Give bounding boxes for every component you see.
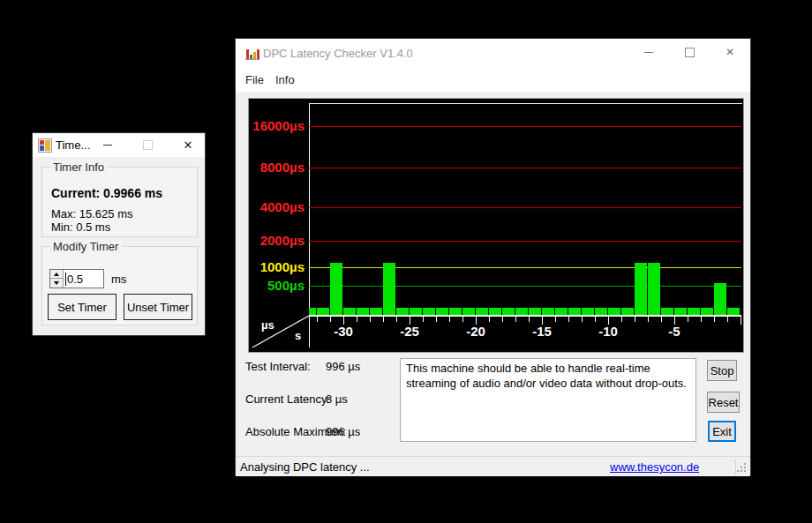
- x-tick--27: [383, 317, 384, 322]
- spinner-arrows[interactable]: [50, 270, 64, 288]
- timer-value-spinner[interactable]: 0.5: [49, 269, 104, 288]
- latency-bar-sec-8: [635, 263, 647, 315]
- gridline-label-2000us: 2000µs: [249, 233, 304, 248]
- latency-bar-sec-31: [330, 263, 342, 315]
- menu-file[interactable]: File: [245, 73, 264, 86]
- latency-bar-sec-7: [648, 263, 660, 315]
- stop-button[interactable]: Stop: [707, 360, 737, 381]
- window-title: DPC Latency Checker V1.4.0: [263, 47, 413, 60]
- latency-bar-sec-6: [661, 308, 673, 315]
- app-bar-chart-icon: [245, 47, 259, 61]
- timer-max-value: Max: 15.625 ms: [51, 207, 133, 220]
- x-tick--18: [502, 317, 503, 322]
- modify-timer-legend: Modify Timer: [49, 240, 122, 253]
- set-timer-button[interactable]: Set Timer: [48, 294, 117, 320]
- minimize-icon: [644, 52, 653, 53]
- spinner-value[interactable]: 0.5: [65, 273, 83, 286]
- gridline-label-4000us: 4000µs: [249, 199, 304, 214]
- latency-bar-sec-3: [701, 308, 713, 315]
- timer-close-button[interactable]: ✕: [177, 134, 199, 155]
- main-titlebar[interactable]: DPC Latency Checker V1.4.0 ✕: [236, 39, 750, 69]
- timer-info-groupbox: Timer Info Current: 0.9966 ms Max: 15.62…: [41, 167, 198, 237]
- x-tick--29: [357, 317, 357, 322]
- x-tick--9: [621, 317, 622, 322]
- latency-bar-sec-2: [714, 283, 726, 315]
- latency-bar-sec-9: [621, 308, 634, 315]
- latency-bar-sec-18: [502, 308, 515, 315]
- arrow-down-icon: [54, 281, 59, 285]
- latency-bar-sec-19: [489, 308, 501, 315]
- timer-window: Time... ✕ Timer Info Current: 0.9966 ms …: [32, 132, 206, 336]
- x-tick--31: [330, 317, 331, 322]
- resize-grip[interactable]: [744, 470, 746, 472]
- spinner-up-button[interactable]: [50, 270, 63, 279]
- latency-bar-sec-21: [462, 308, 475, 315]
- exit-button[interactable]: Exit: [708, 421, 736, 442]
- close-button[interactable]: ✕: [710, 39, 750, 65]
- x-tick--32: [317, 317, 318, 322]
- latency-bar-sec-26: [396, 308, 409, 315]
- ms-unit-label: ms: [111, 273, 126, 286]
- latency-bar-sec-25: [410, 308, 422, 315]
- desktop: DPC Latency Checker V1.4.0 ✕ File Info µ…: [0, 0, 812, 523]
- latency-bar-sec-20: [476, 308, 488, 315]
- corner-unit-s: s: [295, 329, 301, 342]
- latency-bar-sec-5: [674, 308, 687, 315]
- timer-current-value: Current: 0.9966 ms: [51, 186, 162, 200]
- latency-bar-sec-28: [370, 308, 382, 315]
- assessment-textbox[interactable]: This machine should be able to handle re…: [400, 358, 696, 442]
- latency-bar-sec-11: [595, 308, 607, 315]
- x-tick--21: [462, 317, 463, 322]
- timer-titlebar[interactable]: Time... ✕: [33, 133, 205, 157]
- latency-bar-sec-22: [449, 308, 462, 315]
- winforms-app-icon: [38, 138, 52, 153]
- x-tick--28: [370, 317, 371, 322]
- x-tick--19: [489, 317, 490, 322]
- status-text: Analysing DPC latency ...: [240, 460, 370, 474]
- x-tick--3: [701, 317, 702, 322]
- x-tick--16: [529, 317, 530, 322]
- x-tick--7: [648, 317, 649, 322]
- unset-timer-button[interactable]: Unset Timer: [124, 294, 192, 320]
- menu-info[interactable]: Info: [275, 73, 295, 86]
- latency-bar-sec-32: [317, 308, 329, 315]
- latency-bar-sec-15: [542, 308, 554, 315]
- reset-button[interactable]: Reset: [707, 392, 740, 413]
- timer-min-value: Min: 0.5 ms: [51, 220, 110, 234]
- stat-value-absolute-maximum: 996 µs: [326, 425, 360, 438]
- gridline-label-8000us: 8000µs: [249, 160, 304, 175]
- timer-window-title: Time...: [56, 138, 90, 152]
- status-bar: Analysing DPC latency ... www.thesycon.d…: [236, 456, 750, 476]
- latency-bar-sec-14: [555, 308, 568, 315]
- gridline-500us: [309, 286, 741, 287]
- spinner-down-button[interactable]: [50, 279, 63, 288]
- x-tick--13: [568, 317, 569, 322]
- latency-bar-sec-27: [383, 263, 395, 315]
- stat-label-test-interval: Test Interval:: [245, 360, 311, 373]
- latency-bar-sec-13: [568, 308, 581, 315]
- x-axis-line: [309, 315, 741, 317]
- timer-minimize-button[interactable]: [96, 134, 119, 155]
- dpc-latency-checker-window: DPC Latency Checker V1.4.0 ✕ File Info µ…: [235, 38, 751, 475]
- gridline-label-1000us: 1000µs: [249, 259, 304, 274]
- x-tick-label--15: -15: [524, 324, 560, 339]
- timer-minimize-icon: [103, 145, 112, 146]
- x-tick--4: [688, 317, 688, 322]
- x-tick--6: [661, 317, 662, 322]
- close-icon: ✕: [726, 47, 734, 57]
- latency-chart: µs s 500µs1000µs2000µs4000µs8000µs16000µ…: [248, 98, 744, 353]
- latency-bar-sec-17: [515, 308, 528, 315]
- thesycon-link[interactable]: www.thesycon.de: [610, 460, 699, 474]
- x-tick-label--25: -25: [392, 324, 427, 339]
- timer-maximize-button[interactable]: [136, 134, 159, 155]
- latency-bar-sec-29: [357, 308, 369, 315]
- latency-bar-sec-30: [343, 308, 356, 315]
- x-tick--2: [714, 317, 715, 322]
- maximize-button[interactable]: [669, 39, 710, 65]
- x-tick--22: [449, 317, 450, 322]
- gridline-16000us: [309, 126, 741, 127]
- latency-bar-sec-33: [309, 308, 316, 315]
- minimize-button[interactable]: [628, 39, 669, 65]
- latency-bar-sec-1: [727, 308, 740, 315]
- x-tick--12: [582, 317, 583, 322]
